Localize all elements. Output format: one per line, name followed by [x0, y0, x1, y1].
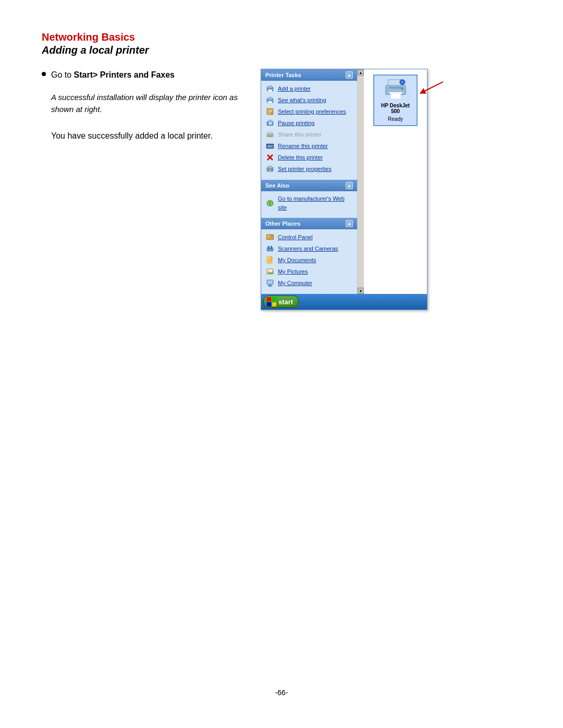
- pause-icon: [265, 118, 275, 128]
- xp-left-panel: Printer Tasks ▲: [261, 69, 358, 294]
- pause-printing-item[interactable]: Pause printing: [261, 117, 357, 129]
- svg-rect-52: [268, 286, 272, 287]
- printer-svg: ✓: [383, 79, 408, 101]
- see-also-items: Go to manufacturer's Web site: [261, 191, 357, 215]
- bullet-dot: [42, 72, 46, 76]
- xp-left-panel-area: Printer Tasks ▲: [261, 69, 364, 294]
- svg-rect-50: [267, 280, 273, 284]
- my-pictures-item[interactable]: My Pictures: [261, 266, 357, 277]
- svg-point-5: [271, 88, 272, 89]
- svg-rect-16: [271, 122, 272, 125]
- scroll-down-btn[interactable]: ▼: [358, 288, 364, 294]
- see-also-header: See Also ▲: [261, 180, 357, 191]
- web-icon: [265, 199, 275, 208]
- success-text: You have successfully added a local prin…: [51, 130, 240, 142]
- other-places-collapse-btn[interactable]: ▲: [346, 220, 353, 227]
- add-printer-icon: [265, 84, 275, 93]
- start-button[interactable]: start: [263, 295, 299, 308]
- other-places-items: Control Panel: [261, 229, 357, 291]
- printer-icon-selected[interactable]: ✓ HP DeskJet 500 Ready: [373, 75, 418, 126]
- section-title: Networking Basics: [42, 31, 521, 43]
- italic-note: A successful installation will display t…: [51, 92, 240, 115]
- select-prefs-item[interactable]: Select printing preferences: [261, 106, 357, 117]
- svg-rect-63: [267, 302, 271, 306]
- svg-rect-58: [390, 94, 400, 99]
- svg-rect-25: [268, 166, 272, 168]
- start-label: start: [278, 298, 293, 306]
- printer-tasks-section: Printer Tasks ▲: [261, 69, 357, 177]
- svg-rect-61: [267, 297, 271, 301]
- svg-rect-56: [389, 92, 402, 94]
- svg-rect-64: [272, 302, 276, 306]
- rename-icon: abc: [265, 141, 275, 151]
- svg-rect-51: [269, 285, 271, 286]
- svg-rect-14: [268, 120, 272, 122]
- svg-point-57: [401, 88, 403, 90]
- see-printing-item[interactable]: See what's printing: [261, 94, 357, 106]
- xp-window-container: Printer Tasks ▲: [261, 69, 427, 310]
- xp-right-panel: ✓ HP DeskJet 500 Ready: [364, 69, 427, 294]
- delete-icon: [265, 153, 275, 162]
- svg-rect-62: [272, 297, 276, 301]
- svg-rect-34: [271, 236, 273, 237]
- svg-rect-55: [389, 87, 402, 88]
- printer-status: Ready: [388, 116, 403, 122]
- svg-point-19: [270, 136, 271, 137]
- bullet-text: Go to Start> Printers and Faxes: [51, 69, 175, 81]
- computer-icon: [265, 278, 275, 288]
- my-documents-item[interactable]: My Documents: [261, 254, 357, 266]
- svg-rect-3: [268, 85, 272, 88]
- rename-printer-item[interactable]: abc Rename this printer: [261, 140, 357, 152]
- scanner-icon: [265, 244, 275, 253]
- printer-tasks-header: Printer Tasks ▲: [261, 69, 357, 81]
- svg-point-39: [269, 246, 271, 248]
- docs-icon: [265, 255, 275, 265]
- windows-logo-icon: [267, 297, 276, 306]
- svg-point-26: [269, 169, 271, 171]
- svg-rect-8: [268, 101, 272, 103]
- my-computer-item[interactable]: My Computer: [261, 277, 357, 289]
- pics-icon: [265, 267, 275, 276]
- svg-line-1: [422, 82, 443, 92]
- scanners-cameras-item[interactable]: Scanners and Cameras: [261, 243, 357, 254]
- select-prefs-icon: [265, 107, 275, 116]
- svg-rect-33: [267, 236, 270, 237]
- printer-name: HP DeskJet 500: [378, 103, 412, 114]
- xp-taskbar: start: [261, 294, 427, 310]
- svg-rect-7: [268, 97, 272, 100]
- props-icon: [265, 164, 275, 174]
- svg-rect-35: [267, 238, 270, 239]
- red-arrow-indicator: [417, 79, 443, 97]
- share-icon: [265, 130, 275, 139]
- see-also-section: See Also ▲: [261, 180, 357, 215]
- add-printer-item[interactable]: Add a printer: [261, 83, 357, 94]
- delete-printer-item[interactable]: Delete this printer: [261, 152, 357, 163]
- printer-tasks-items: Add a printer: [261, 81, 357, 177]
- manufacturer-website-item[interactable]: Go to manufacturer's Web site: [261, 193, 357, 213]
- scroll-track: [358, 76, 364, 288]
- see-also-collapse-btn[interactable]: ▲: [346, 182, 353, 189]
- control-panel-item[interactable]: Control Panel: [261, 231, 357, 243]
- svg-rect-36: [271, 238, 273, 239]
- other-places-header: Other Places ▲: [261, 218, 357, 229]
- collapse-btn[interactable]: ▲: [346, 71, 353, 79]
- svg-rect-4: [268, 90, 272, 92]
- xp-printers-window: Printer Tasks ▲: [261, 69, 427, 310]
- svg-text:abc: abc: [267, 144, 274, 148]
- svg-text:✓: ✓: [401, 80, 403, 84]
- share-printer-item: Share this printer: [261, 129, 357, 140]
- scroll-up-btn[interactable]: ▲: [358, 69, 364, 76]
- other-places-section: Other Places ▲: [261, 218, 357, 291]
- set-properties-item[interactable]: Set printer properties: [261, 163, 357, 175]
- control-panel-icon: [265, 232, 275, 242]
- vertical-scrollbar[interactable]: ▲ ▼: [358, 69, 364, 294]
- svg-rect-18: [268, 131, 272, 134]
- svg-rect-15: [269, 122, 270, 125]
- see-printing-icon: [265, 95, 275, 105]
- section-subtitle: Adding a local printer: [42, 44, 521, 56]
- page-number: -66-: [275, 688, 288, 697]
